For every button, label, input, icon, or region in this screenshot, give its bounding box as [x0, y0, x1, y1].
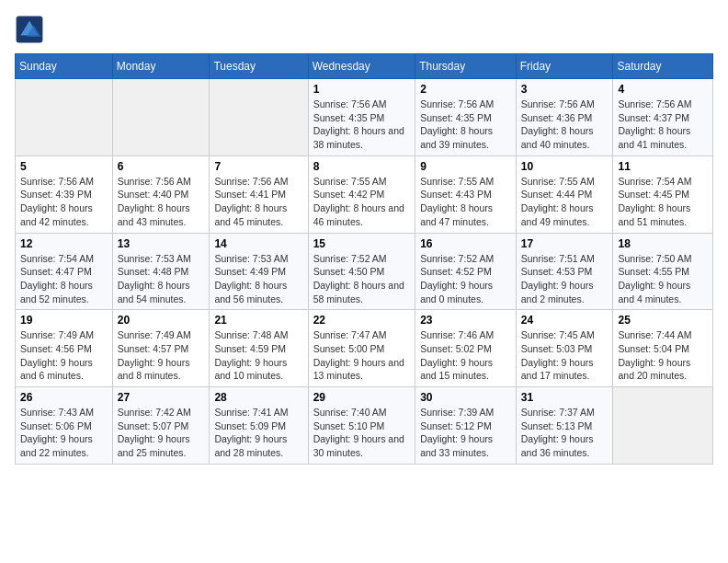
calendar-cell: 23 Sunrise: 7:46 AMSunset: 5:02 PMDaylig… [415, 310, 517, 387]
day-number: 2 [420, 83, 511, 96]
calendar-cell: 1 Sunrise: 7:56 AMSunset: 4:35 PMDayligh… [308, 79, 415, 156]
weekday-header: Sunday [16, 54, 113, 79]
day-info: Sunrise: 7:56 AMSunset: 4:40 PMDaylight:… [118, 176, 191, 227]
day-number: 5 [20, 160, 108, 173]
calendar-cell: 18 Sunrise: 7:50 AMSunset: 4:55 PMDaylig… [613, 233, 713, 310]
calendar-body: 1 Sunrise: 7:56 AMSunset: 4:35 PMDayligh… [16, 79, 713, 465]
calendar-cell [210, 79, 308, 156]
day-info: Sunrise: 7:54 AMSunset: 4:47 PMDaylight:… [20, 253, 94, 304]
calendar-table: SundayMondayTuesdayWednesdayThursdayFrid… [15, 53, 713, 465]
calendar-cell: 10 Sunrise: 7:55 AMSunset: 4:44 PMDaylig… [516, 155, 613, 233]
day-info: Sunrise: 7:48 AMSunset: 4:59 PMDaylight:… [214, 329, 288, 381]
day-number: 4 [618, 83, 708, 96]
day-info: Sunrise: 7:56 AMSunset: 4:37 PMDaylight:… [618, 98, 691, 150]
day-info: Sunrise: 7:56 AMSunset: 4:41 PMDaylight:… [214, 176, 288, 227]
day-info: Sunrise: 7:47 AMSunset: 5:00 PMDaylight:… [313, 329, 404, 381]
calendar-cell: 17 Sunrise: 7:51 AMSunset: 4:53 PMDaylig… [516, 233, 613, 310]
calendar-cell: 11 Sunrise: 7:54 AMSunset: 4:45 PMDaylig… [613, 155, 713, 233]
day-number: 29 [313, 391, 411, 404]
calendar-cell: 9 Sunrise: 7:55 AMSunset: 4:43 PMDayligh… [415, 155, 517, 233]
calendar-cell: 15 Sunrise: 7:52 AMSunset: 4:50 PMDaylig… [308, 233, 415, 310]
day-number: 1 [313, 83, 411, 96]
calendar-cell: 16 Sunrise: 7:52 AMSunset: 4:52 PMDaylig… [415, 233, 517, 310]
day-number: 28 [214, 391, 302, 404]
calendar-cell: 14 Sunrise: 7:53 AMSunset: 4:49 PMDaylig… [210, 233, 308, 310]
day-number: 23 [420, 314, 511, 327]
calendar-cell: 26 Sunrise: 7:43 AMSunset: 5:06 PMDaylig… [16, 387, 113, 465]
day-number: 20 [118, 314, 205, 327]
calendar-cell [112, 79, 210, 156]
day-number: 16 [420, 237, 511, 250]
day-number: 9 [420, 160, 511, 173]
day-info: Sunrise: 7:43 AMSunset: 5:06 PMDaylight:… [20, 407, 94, 458]
day-number: 12 [20, 237, 108, 250]
day-number: 11 [618, 160, 708, 173]
day-info: Sunrise: 7:52 AMSunset: 4:50 PMDaylight:… [313, 253, 404, 304]
day-number: 26 [20, 391, 108, 404]
calendar-week-row: 12 Sunrise: 7:54 AMSunset: 4:47 PMDaylig… [16, 233, 713, 310]
day-number: 3 [521, 83, 609, 96]
day-info: Sunrise: 7:55 AMSunset: 4:42 PMDaylight:… [313, 176, 404, 227]
day-info: Sunrise: 7:56 AMSunset: 4:35 PMDaylight:… [313, 98, 404, 150]
day-info: Sunrise: 7:49 AMSunset: 4:57 PMDaylight:… [118, 329, 191, 381]
day-info: Sunrise: 7:46 AMSunset: 5:02 PMDaylight:… [420, 329, 494, 381]
day-info: Sunrise: 7:40 AMSunset: 5:10 PMDaylight:… [313, 407, 404, 458]
day-number: 18 [618, 237, 708, 250]
page-header [15, 15, 713, 44]
day-info: Sunrise: 7:44 AMSunset: 5:04 PMDaylight:… [618, 329, 691, 381]
calendar-cell: 3 Sunrise: 7:56 AMSunset: 4:36 PMDayligh… [516, 79, 613, 156]
day-info: Sunrise: 7:54 AMSunset: 4:45 PMDaylight:… [618, 176, 691, 227]
calendar-cell: 21 Sunrise: 7:48 AMSunset: 4:59 PMDaylig… [210, 310, 308, 387]
calendar-cell: 24 Sunrise: 7:45 AMSunset: 5:03 PMDaylig… [516, 310, 613, 387]
calendar-cell: 2 Sunrise: 7:56 AMSunset: 4:35 PMDayligh… [415, 79, 517, 156]
day-info: Sunrise: 7:56 AMSunset: 4:36 PMDaylight:… [521, 98, 595, 150]
calendar-cell: 25 Sunrise: 7:44 AMSunset: 5:04 PMDaylig… [613, 310, 713, 387]
day-info: Sunrise: 7:51 AMSunset: 4:53 PMDaylight:… [521, 253, 595, 304]
calendar-cell: 22 Sunrise: 7:47 AMSunset: 5:00 PMDaylig… [308, 310, 415, 387]
calendar-week-row: 5 Sunrise: 7:56 AMSunset: 4:39 PMDayligh… [16, 155, 713, 233]
weekday-header: Saturday [613, 54, 713, 79]
day-number: 19 [20, 314, 108, 327]
day-number: 13 [118, 237, 205, 250]
day-number: 17 [521, 237, 609, 250]
day-number: 24 [521, 314, 609, 327]
weekday-header: Friday [516, 54, 613, 79]
calendar-cell: 4 Sunrise: 7:56 AMSunset: 4:37 PMDayligh… [613, 79, 713, 156]
day-number: 25 [618, 314, 708, 327]
day-info: Sunrise: 7:45 AMSunset: 5:03 PMDaylight:… [521, 329, 595, 381]
calendar-cell: 27 Sunrise: 7:42 AMSunset: 5:07 PMDaylig… [112, 387, 210, 465]
calendar-week-row: 26 Sunrise: 7:43 AMSunset: 5:06 PMDaylig… [16, 387, 713, 465]
day-number: 30 [420, 391, 511, 404]
day-number: 6 [118, 160, 205, 173]
day-info: Sunrise: 7:42 AMSunset: 5:07 PMDaylight:… [118, 407, 191, 458]
weekday-header: Monday [112, 54, 210, 79]
calendar-cell: 20 Sunrise: 7:49 AMSunset: 4:57 PMDaylig… [112, 310, 210, 387]
calendar-cell: 28 Sunrise: 7:41 AMSunset: 5:09 PMDaylig… [210, 387, 308, 465]
calendar-cell: 12 Sunrise: 7:54 AMSunset: 4:47 PMDaylig… [16, 233, 113, 310]
calendar-cell: 13 Sunrise: 7:53 AMSunset: 4:48 PMDaylig… [112, 233, 210, 310]
calendar-header: SundayMondayTuesdayWednesdayThursdayFrid… [16, 54, 713, 79]
calendar-cell: 30 Sunrise: 7:39 AMSunset: 5:12 PMDaylig… [415, 387, 517, 465]
day-number: 15 [313, 237, 411, 250]
day-number: 22 [313, 314, 411, 327]
calendar-cell: 29 Sunrise: 7:40 AMSunset: 5:10 PMDaylig… [308, 387, 415, 465]
calendar-week-row: 1 Sunrise: 7:56 AMSunset: 4:35 PMDayligh… [16, 79, 713, 156]
day-number: 8 [313, 160, 411, 173]
calendar-cell: 5 Sunrise: 7:56 AMSunset: 4:39 PMDayligh… [16, 155, 113, 233]
day-number: 21 [214, 314, 302, 327]
day-info: Sunrise: 7:37 AMSunset: 5:13 PMDaylight:… [521, 407, 595, 458]
day-info: Sunrise: 7:53 AMSunset: 4:49 PMDaylight:… [214, 253, 288, 304]
day-number: 31 [521, 391, 609, 404]
calendar-week-row: 19 Sunrise: 7:49 AMSunset: 4:56 PMDaylig… [16, 310, 713, 387]
day-info: Sunrise: 7:55 AMSunset: 4:44 PMDaylight:… [521, 176, 595, 227]
day-info: Sunrise: 7:55 AMSunset: 4:43 PMDaylight:… [420, 176, 494, 227]
weekday-header: Wednesday [308, 54, 415, 79]
calendar-cell: 8 Sunrise: 7:55 AMSunset: 4:42 PMDayligh… [308, 155, 415, 233]
calendar-cell [613, 387, 713, 465]
day-number: 27 [118, 391, 205, 404]
day-info: Sunrise: 7:53 AMSunset: 4:48 PMDaylight:… [118, 253, 191, 304]
calendar-cell: 31 Sunrise: 7:37 AMSunset: 5:13 PMDaylig… [516, 387, 613, 465]
weekday-header: Tuesday [210, 54, 308, 79]
logo-icon [15, 15, 44, 44]
day-info: Sunrise: 7:50 AMSunset: 4:55 PMDaylight:… [618, 253, 691, 304]
